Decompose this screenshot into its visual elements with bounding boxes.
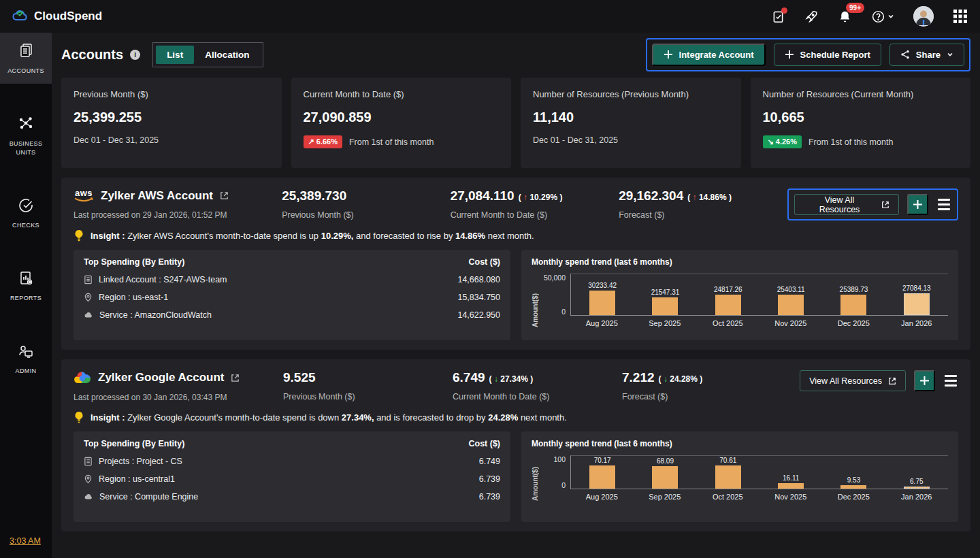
- summary-card-resources-current: Number of Resources (Current Month) 10,6…: [751, 78, 971, 168]
- view-all-resources-button[interactable]: View All Resources: [794, 194, 900, 215]
- sidebar-item-label: CHECKS: [12, 221, 39, 231]
- row-cost: 6.739: [479, 474, 500, 484]
- apps-grid-icon[interactable]: [953, 9, 968, 24]
- table-row: Linked Account : S247-AWS-team 14,668.08…: [84, 275, 500, 284]
- bar-column: 68.09: [634, 456, 696, 489]
- trend-up-icon: ↑: [523, 193, 527, 202]
- bar: [715, 465, 741, 489]
- delta-badge-down: ↘ 4.26%: [763, 135, 802, 148]
- y-axis-ticks: 50,000 0: [539, 274, 570, 316]
- x-axis-label: Jan 2026: [885, 319, 949, 327]
- sidebar-item-label: ADMIN: [16, 367, 37, 376]
- rocket-icon[interactable]: [804, 10, 819, 24]
- lightbulb-icon: [74, 229, 84, 242]
- bar-value-label: 16.11: [783, 474, 799, 482]
- bell-icon[interactable]: 99+: [838, 10, 852, 24]
- stat-previous-month: 25,389.730 Previous Month ($): [282, 188, 451, 220]
- bar: [589, 465, 615, 489]
- delta-badge-up: ↗ 6.66%: [304, 135, 342, 148]
- bar-value-label: 24817.26: [714, 286, 742, 293]
- row-cost: 14,622.950: [457, 310, 500, 320]
- main-content: Accounts i List Allocation Integrate Acc…: [52, 33, 980, 558]
- chevron-down-icon: [947, 51, 953, 58]
- bar-column: 27084.13: [885, 274, 948, 315]
- bar: [715, 295, 741, 315]
- bar: [778, 295, 804, 315]
- user-avatar[interactable]: [913, 6, 934, 27]
- share-button[interactable]: Share: [889, 44, 964, 66]
- row-label: Service : Compute Engine: [99, 492, 198, 502]
- table-row: Projects : Project - CS 6.749: [84, 457, 500, 466]
- cloud-logo-icon: [12, 8, 29, 24]
- bar-column: 30233.42: [571, 274, 634, 315]
- header-actions-group: Integrate Account Schedule Report Share: [646, 38, 970, 71]
- view-all-resources-button[interactable]: View All Resources: [800, 370, 906, 391]
- notification-count-badge: 99+: [846, 3, 864, 13]
- lightbulb-icon: [74, 411, 84, 423]
- sidebar-item-accounts[interactable]: ACCOUNTS: [0, 33, 52, 84]
- bar-value-label: 9.53: [847, 476, 860, 484]
- bar-value-label: 70.17: [594, 457, 611, 464]
- external-link-icon[interactable]: [231, 374, 240, 382]
- bar-column: 25403.11: [760, 274, 822, 315]
- sidebar-item-checks[interactable]: CHECKS: [0, 188, 52, 239]
- row-cost: 6.749: [479, 457, 500, 466]
- top-navigation-bar: CloudSpend 99+: [0, 0, 980, 33]
- bar: [652, 297, 678, 315]
- info-icon[interactable]: i: [130, 50, 140, 60]
- hamburger-menu-icon[interactable]: [943, 372, 958, 389]
- trend-up-icon: ↗: [308, 137, 314, 146]
- help-menu[interactable]: [871, 10, 894, 24]
- bar-value-label: 27084.13: [902, 284, 931, 292]
- bar-value-label: 6.75: [910, 478, 923, 485]
- top-spending-title: Top Spending (By Entity): [84, 257, 184, 267]
- card-title: Current Month to Date ($): [304, 89, 500, 99]
- y-axis-ticks: 100 0: [539, 455, 570, 489]
- top-spending-panel: Top Spending (By Entity) Cost ($) Projec…: [74, 431, 510, 522]
- stat-forecast: 29,162.304 ( ↑ 14.86% ) Forecast ($): [619, 188, 787, 220]
- forecast-bar: [904, 487, 930, 489]
- card-title: Number of Resources (Current Month): [763, 89, 959, 99]
- sidebar-item-reports[interactable]: REPORTS: [0, 261, 52, 312]
- tab-list[interactable]: List: [156, 46, 194, 64]
- bar-chart: 70.1768.0970.6116.119.536.75: [570, 455, 948, 489]
- integrate-account-button[interactable]: Integrate Account: [652, 44, 766, 66]
- x-axis-label: Sep 2025: [634, 493, 697, 501]
- last-refresh-time-link[interactable]: 3:03 AM: [10, 536, 41, 546]
- account-actions-group: View All Resources: [787, 188, 958, 220]
- external-link-icon: [888, 377, 896, 385]
- schedule-report-button[interactable]: Schedule Report: [774, 44, 881, 66]
- add-button[interactable]: [914, 370, 935, 391]
- account-name[interactable]: Zylker AWS Account: [101, 189, 213, 203]
- bar: [652, 466, 678, 489]
- summary-card-month-to-date: Current Month to Date ($) 27,090.859 ↗ 6…: [291, 78, 512, 168]
- add-button[interactable]: [907, 194, 928, 215]
- external-link-icon[interactable]: [220, 191, 229, 200]
- sidebar-item-admin[interactable]: ADMIN: [0, 333, 52, 384]
- bar: [840, 485, 866, 489]
- hamburger-menu-icon[interactable]: [936, 196, 951, 213]
- tasks-icon[interactable]: [771, 10, 785, 24]
- row-label: Region : us-east-1: [99, 293, 168, 302]
- tab-allocation[interactable]: Allocation: [194, 46, 260, 64]
- last-processed-text: Last processed on 29 Jan 2026, 01:52 PM: [74, 210, 282, 220]
- account-name[interactable]: Zylker Google Account: [98, 371, 224, 384]
- table-row: Service : Compute Engine 6.739: [84, 492, 500, 502]
- account-card-google: Zylker Google Account Last processed on …: [61, 359, 970, 531]
- bar-column: 9.53: [822, 456, 885, 489]
- cloudspend-logo[interactable]: CloudSpend: [12, 8, 102, 24]
- x-axis-label: Sep 2025: [634, 319, 697, 327]
- bar-column: 6.75: [885, 456, 948, 489]
- x-axis-label: Oct 2025: [696, 319, 760, 327]
- sidebar-item-business-units[interactable]: BUSINESS UNITS: [0, 105, 52, 166]
- bar-value-label: 25403.11: [777, 286, 805, 293]
- plus-icon: [664, 50, 673, 59]
- plus-icon: [913, 199, 923, 210]
- card-value: 27,090.859: [304, 110, 500, 125]
- sidebar-item-label: REPORTS: [10, 294, 42, 303]
- bar-value-label: 25389.73: [840, 286, 868, 293]
- card-value: 25,399.255: [74, 110, 270, 125]
- card-value: 10,665: [763, 110, 959, 125]
- row-cost: 6.739: [479, 492, 500, 502]
- chevron-down-icon: [887, 13, 894, 20]
